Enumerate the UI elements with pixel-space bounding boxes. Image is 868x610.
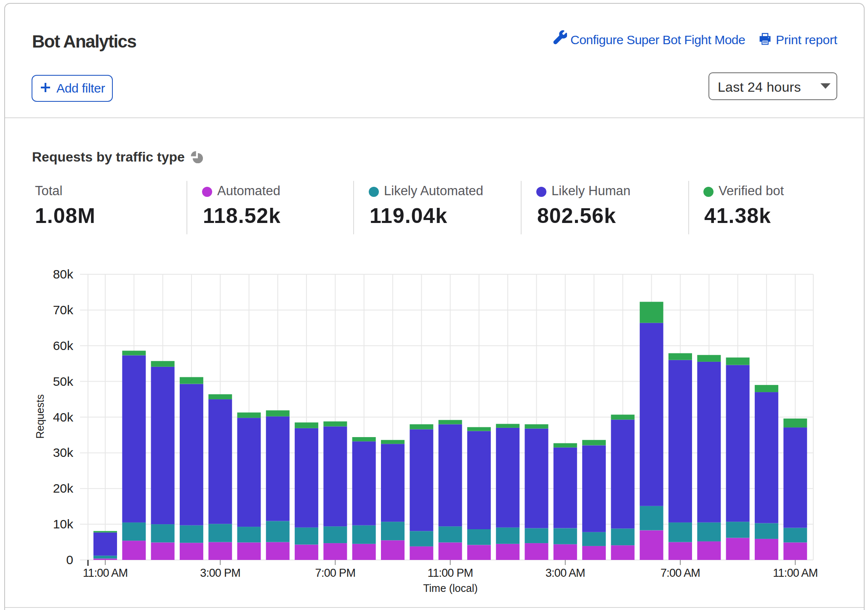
svg-text:Time (local): Time (local) [423,582,478,594]
svg-text:11:00 AM: 11:00 AM [773,567,817,579]
svg-text:40k: 40k [53,410,74,424]
svg-text:11:00 PM: 11:00 PM [428,567,473,579]
svg-text:70k: 70k [53,303,74,317]
svg-text:20k: 20k [53,481,74,495]
svg-text:0: 0 [66,553,73,567]
svg-text:50k: 50k [53,374,74,388]
svg-text:11:00 AM: 11:00 AM [83,567,128,579]
svg-text:60k: 60k [53,339,74,353]
svg-text:3:00 AM: 3:00 AM [546,567,585,579]
svg-text:7:00 AM: 7:00 AM [660,567,700,579]
svg-text:Requests: Requests [34,394,46,439]
svg-text:3:00 PM: 3:00 PM [200,567,240,579]
svg-text:30k: 30k [53,446,74,459]
svg-text:10k: 10k [53,517,74,531]
svg-text:80k: 80k [53,267,74,281]
svg-text:7:00 PM: 7:00 PM [315,567,356,579]
